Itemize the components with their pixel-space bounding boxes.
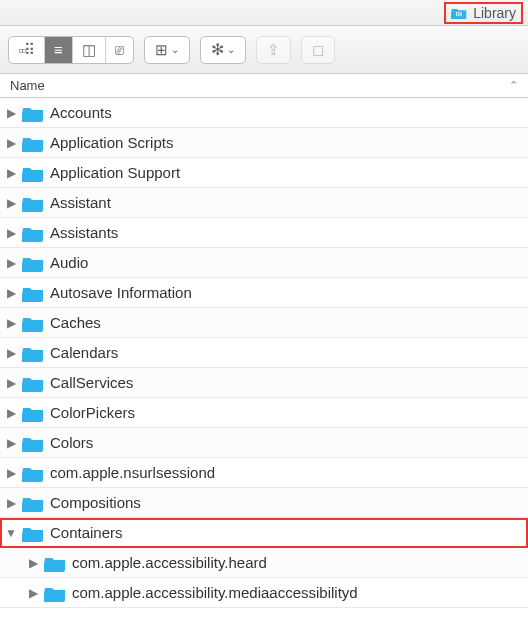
- folder-icon: [22, 374, 44, 392]
- list-item[interactable]: ▶Accounts: [0, 98, 528, 128]
- item-label: Application Scripts: [50, 134, 528, 151]
- disclosure-closed-icon[interactable]: ▶: [4, 166, 18, 180]
- item-label: Containers: [50, 524, 528, 541]
- view-segment: ▫▫⠿ ≡ ◫ ⎚: [8, 36, 134, 64]
- list-item[interactable]: ▼Containers: [0, 518, 528, 548]
- folder-icon: [22, 344, 44, 362]
- disclosure-closed-icon[interactable]: ▶: [26, 556, 40, 570]
- sort-indicator-icon: ⌃: [509, 79, 518, 92]
- disclosure-closed-icon[interactable]: ▶: [4, 226, 18, 240]
- folder-icon: [22, 464, 44, 482]
- item-label: ColorPickers: [50, 404, 528, 421]
- item-label: CallServices: [50, 374, 528, 391]
- list-item[interactable]: ▶Calendars: [0, 338, 528, 368]
- list-item[interactable]: ▶com.apple.accessibility.heard: [0, 548, 528, 578]
- folder-icon: [22, 404, 44, 422]
- svg-rect-0: [456, 12, 457, 16]
- folder-icon: [22, 524, 44, 542]
- list-item[interactable]: ▶Compositions: [0, 488, 528, 518]
- item-label: com.apple.nsurlsessiond: [50, 464, 528, 481]
- tag-icon: ◻: [312, 41, 324, 59]
- item-label: Assistants: [50, 224, 528, 241]
- disclosure-closed-icon[interactable]: ▶: [4, 286, 18, 300]
- folder-icon: [22, 134, 44, 152]
- list-item[interactable]: ▶Application Scripts: [0, 128, 528, 158]
- disclosure-closed-icon[interactable]: ▶: [4, 436, 18, 450]
- folder-icon: [22, 224, 44, 242]
- toolbar: ▫▫⠿ ≡ ◫ ⎚ ⊞⌄ ✻⌄ ⇪ ◻: [0, 26, 528, 74]
- folder-icon: [22, 494, 44, 512]
- item-label: com.apple.accessibility.heard: [72, 554, 528, 571]
- svg-rect-2: [461, 12, 462, 16]
- disclosure-closed-icon[interactable]: ▶: [4, 316, 18, 330]
- list-view-button[interactable]: ≡: [44, 37, 72, 63]
- list-item[interactable]: ▶com.apple.accessibility.mediaaccessibil…: [0, 578, 528, 608]
- gear-icon: ✻: [211, 40, 224, 59]
- item-label: Accounts: [50, 104, 528, 121]
- folder-icon: [22, 434, 44, 452]
- item-label: Audio: [50, 254, 528, 271]
- list-item[interactable]: ▶Autosave Information: [0, 278, 528, 308]
- grid-icon: ▫▫: [18, 42, 24, 58]
- item-label: Colors: [50, 434, 528, 451]
- disclosure-closed-icon[interactable]: ▶: [4, 256, 18, 270]
- tags-button[interactable]: ◻: [301, 36, 335, 64]
- disclosure-closed-icon[interactable]: ▶: [4, 406, 18, 420]
- arrange-button[interactable]: ⊞⌄: [144, 36, 190, 64]
- share-icon: ⇪: [267, 41, 280, 59]
- folder-icon: [22, 194, 44, 212]
- list-item[interactable]: ▶Application Support: [0, 158, 528, 188]
- list-item[interactable]: ▶Assistants: [0, 218, 528, 248]
- folder-icon: [44, 584, 66, 602]
- list-item[interactable]: ▶com.apple.nsurlsessiond: [0, 458, 528, 488]
- disclosure-closed-icon[interactable]: ▶: [4, 496, 18, 510]
- disclosure-closed-icon[interactable]: ▶: [4, 376, 18, 390]
- disclosure-closed-icon[interactable]: ▶: [4, 466, 18, 480]
- item-label: Application Support: [50, 164, 528, 181]
- folder-icon: [22, 164, 44, 182]
- folder-icon: [22, 284, 44, 302]
- share-button[interactable]: ⇪: [256, 36, 291, 64]
- icon-view-button[interactable]: ▫▫⠿: [9, 37, 44, 63]
- column-header-name[interactable]: Name ⌃: [0, 74, 528, 98]
- disclosure-closed-icon[interactable]: ▶: [26, 586, 40, 600]
- list-item[interactable]: ▶Assistant: [0, 188, 528, 218]
- column-header-label: Name: [10, 78, 45, 93]
- disclosure-closed-icon[interactable]: ▶: [4, 136, 18, 150]
- item-label: Compositions: [50, 494, 528, 511]
- item-label: Calendars: [50, 344, 528, 361]
- folder-icon: [44, 554, 66, 572]
- list-item[interactable]: ▶Audio: [0, 248, 528, 278]
- list-icon: ≡: [54, 41, 63, 58]
- item-label: Assistant: [50, 194, 528, 211]
- coverflow-view-button[interactable]: ⎚: [105, 37, 133, 63]
- chevron-down-icon: ⌄: [171, 44, 179, 55]
- disclosure-closed-icon[interactable]: ▶: [4, 106, 18, 120]
- svg-rect-1: [458, 12, 459, 16]
- list-item[interactable]: ▶ColorPickers: [0, 398, 528, 428]
- coverflow-icon: ⎚: [115, 41, 124, 58]
- item-label: Autosave Information: [50, 284, 528, 301]
- folder-icon: [22, 254, 44, 272]
- folder-icon: [22, 314, 44, 332]
- columns-icon: ◫: [82, 41, 96, 59]
- item-label: Caches: [50, 314, 528, 331]
- window-title-proxy[interactable]: Library: [447, 5, 520, 21]
- window-titlebar: Library: [0, 0, 528, 26]
- arrange-icon: ⊞: [155, 41, 168, 59]
- disclosure-closed-icon[interactable]: ▶: [4, 196, 18, 210]
- chevron-down-icon: ⌄: [227, 44, 235, 55]
- action-button[interactable]: ✻⌄: [200, 36, 246, 64]
- list-item[interactable]: ▶CallServices: [0, 368, 528, 398]
- item-label: com.apple.accessibility.mediaaccessibili…: [72, 584, 528, 601]
- column-view-button[interactable]: ◫: [72, 37, 105, 63]
- folder-icon: [22, 104, 44, 122]
- list-item[interactable]: ▶Caches: [0, 308, 528, 338]
- library-folder-icon: [451, 6, 467, 19]
- file-list: ▶Accounts▶Application Scripts▶Applicatio…: [0, 98, 528, 608]
- list-item[interactable]: ▶Colors: [0, 428, 528, 458]
- disclosure-open-icon[interactable]: ▼: [4, 526, 18, 540]
- disclosure-closed-icon[interactable]: ▶: [4, 346, 18, 360]
- window-title: Library: [473, 5, 516, 21]
